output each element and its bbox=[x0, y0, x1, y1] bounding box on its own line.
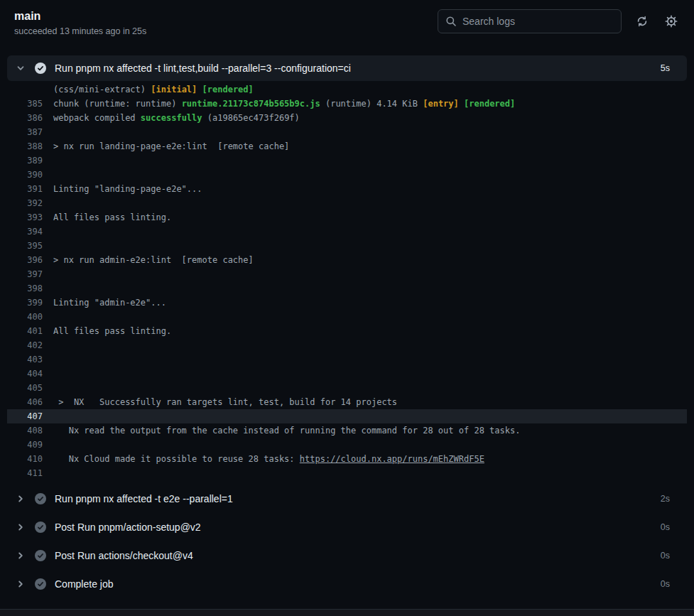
collapsed-steps-list: Run pnpm nx affected -t e2e --parallel=1… bbox=[7, 485, 687, 598]
step-title: Complete job bbox=[55, 578, 114, 590]
log-line: 390 bbox=[7, 168, 687, 182]
chevron-right-icon bbox=[15, 580, 26, 588]
log-line: 394 bbox=[7, 225, 687, 239]
log-line: 399Linting "admin-e2e"... bbox=[7, 296, 687, 310]
log-line-number[interactable]: 395 bbox=[7, 241, 43, 251]
log-line-text: chunk (runtime: runtime) runtime.21173c8… bbox=[53, 99, 515, 109]
log-line-number[interactable]: 406 bbox=[7, 397, 43, 407]
log-segment: > nx run landing-page-e2e:lint [remote c… bbox=[53, 141, 289, 151]
log-segment: > nx run admin-e2e:lint [remote cache] bbox=[53, 255, 254, 265]
log-segment: All files pass linting. bbox=[53, 212, 171, 222]
log-segment: Linting "admin-e2e"... bbox=[53, 298, 166, 308]
log-line-text: Linting "landing-page-e2e"... bbox=[53, 184, 202, 194]
log-line: 404 bbox=[7, 367, 687, 381]
log-line: 405 bbox=[7, 381, 687, 395]
log-lines: (css/mini-extract) [initial] [rendered]3… bbox=[7, 81, 687, 480]
log-line-number[interactable]: 407 bbox=[7, 411, 43, 421]
log-panel: Run pnpm nx affected -t lint,test,build … bbox=[7, 55, 687, 598]
step-duration: 0s bbox=[661, 579, 670, 589]
search-icon bbox=[445, 16, 457, 27]
chevron-right-icon bbox=[15, 523, 26, 531]
step-duration: 5s bbox=[661, 63, 670, 73]
chevron-right-icon bbox=[15, 495, 26, 503]
log-line-number[interactable]: 397 bbox=[7, 269, 43, 279]
check-circle-icon bbox=[35, 578, 46, 590]
step-row[interactable]: Complete job 0s bbox=[7, 570, 687, 598]
chevron-right-icon bbox=[15, 551, 26, 560]
log-line: 407 bbox=[7, 409, 687, 423]
log-line-number[interactable]: 409 bbox=[7, 440, 43, 450]
log-line-number[interactable]: 405 bbox=[7, 383, 43, 393]
log-line-text: (css/mini-extract) [initial] [rendered] bbox=[53, 85, 254, 94]
log-segment bbox=[197, 85, 202, 94]
step-title: Post Run actions/checkout@v4 bbox=[55, 550, 193, 561]
log-settings-button[interactable] bbox=[663, 13, 680, 30]
log-line: 398 bbox=[7, 281, 687, 296]
log-segment: [entry] bbox=[423, 99, 459, 109]
log-line-text: > nx run landing-page-e2e:lint [remote c… bbox=[53, 141, 289, 151]
log-line-number[interactable]: 404 bbox=[7, 369, 43, 379]
log-line: 403 bbox=[7, 352, 687, 367]
log-line: 410 Nx Cloud made it possible to reuse 2… bbox=[7, 452, 687, 466]
step-row[interactable]: Run pnpm nx affected -t e2e --parallel=1… bbox=[7, 485, 687, 513]
log-line: 406 > NX Successfully ran targets lint, … bbox=[7, 395, 687, 409]
log-line-number[interactable]: 391 bbox=[7, 184, 43, 194]
step-header-expanded[interactable]: Run pnpm nx affected -t lint,test,build … bbox=[7, 55, 687, 81]
log-line-number[interactable]: 386 bbox=[7, 113, 43, 123]
log-line-number[interactable]: 398 bbox=[7, 283, 43, 293]
refresh-logs-button[interactable] bbox=[634, 13, 650, 29]
check-circle-icon bbox=[35, 63, 46, 74]
log-line-number[interactable]: 390 bbox=[7, 170, 43, 180]
log-line: 388> nx run landing-page-e2e:lint [remot… bbox=[7, 139, 687, 153]
actions-log-viewer: { "header": { "title": "main", "subtitle… bbox=[0, 0, 694, 616]
log-line-number[interactable]: 403 bbox=[7, 355, 43, 364]
step-duration: 2s bbox=[661, 494, 670, 504]
log-line-number[interactable]: 396 bbox=[7, 255, 43, 265]
step-title: Run pnpm nx affected -t lint,test,build … bbox=[55, 63, 351, 74]
log-line: 387 bbox=[7, 125, 687, 139]
log-line-number[interactable]: 401 bbox=[7, 326, 43, 336]
log-line-text: Nx Cloud made it possible to reuse 28 ta… bbox=[53, 454, 484, 464]
log-segment: chunk (runtime: runtime) bbox=[53, 99, 182, 109]
search-logs-input[interactable] bbox=[462, 16, 614, 27]
log-line: 392 bbox=[7, 196, 687, 210]
step-title: Post Run pnpm/action-setup@v2 bbox=[55, 522, 201, 533]
log-link[interactable]: https://cloud.nx.app/runs/mEhZWRdF5E bbox=[300, 454, 484, 464]
step-row[interactable]: Post Run pnpm/action-setup@v2 0s bbox=[7, 513, 687, 541]
log-line: 391Linting "landing-page-e2e"... bbox=[7, 182, 687, 196]
log-line-number[interactable]: 411 bbox=[7, 468, 43, 478]
log-line-text: Nx read the output from the cache instea… bbox=[53, 426, 520, 436]
log-line-text: > nx run admin-e2e:lint [remote cache] bbox=[53, 255, 254, 265]
log-segment: Nx Cloud made it possible to reuse 28 ta… bbox=[53, 454, 300, 464]
log-line-number[interactable]: 388 bbox=[7, 141, 43, 151]
check-circle-icon bbox=[35, 522, 46, 533]
log-line-number[interactable]: 387 bbox=[7, 127, 43, 137]
log-line: (css/mini-extract) [initial] [rendered] bbox=[7, 82, 687, 97]
log-line-number[interactable]: 400 bbox=[7, 312, 43, 322]
log-line: 402 bbox=[7, 338, 687, 352]
log-line-number[interactable]: 385 bbox=[7, 99, 43, 109]
log-line-number[interactable]: 402 bbox=[7, 340, 43, 350]
log-segment: runtime.21173c874b565b9c.js bbox=[182, 99, 320, 109]
step-row[interactable]: Post Run actions/checkout@v4 0s bbox=[7, 541, 687, 570]
log-line-number[interactable]: 410 bbox=[7, 454, 43, 464]
log-line-text: > NX Successfully ran targets lint, test… bbox=[53, 397, 397, 407]
job-heading: main succeeded 13 minutes ago in 25s bbox=[14, 9, 146, 36]
check-circle-icon bbox=[35, 550, 46, 561]
gear-settings-icon bbox=[664, 14, 678, 28]
log-segment: (a19865ec473f269f) bbox=[202, 113, 300, 123]
log-line-number[interactable]: 389 bbox=[7, 156, 43, 166]
log-line: 396> nx run admin-e2e:lint [remote cache… bbox=[7, 253, 687, 267]
log-line-number[interactable]: 394 bbox=[7, 227, 43, 237]
log-line-number[interactable]: 393 bbox=[7, 212, 43, 222]
log-line-number[interactable]: 392 bbox=[7, 198, 43, 208]
log-line: 401All files pass linting. bbox=[7, 324, 687, 338]
log-line: 411 bbox=[7, 466, 687, 480]
search-logs-box[interactable] bbox=[438, 9, 622, 33]
log-line: 395 bbox=[7, 239, 687, 253]
sync-refresh-icon bbox=[636, 15, 649, 28]
log-line: 397 bbox=[7, 267, 687, 281]
log-line-number[interactable]: 399 bbox=[7, 298, 43, 308]
log-line-number[interactable]: 408 bbox=[7, 426, 43, 436]
log-line: 386webpack compiled successfully (a19865… bbox=[7, 111, 687, 125]
